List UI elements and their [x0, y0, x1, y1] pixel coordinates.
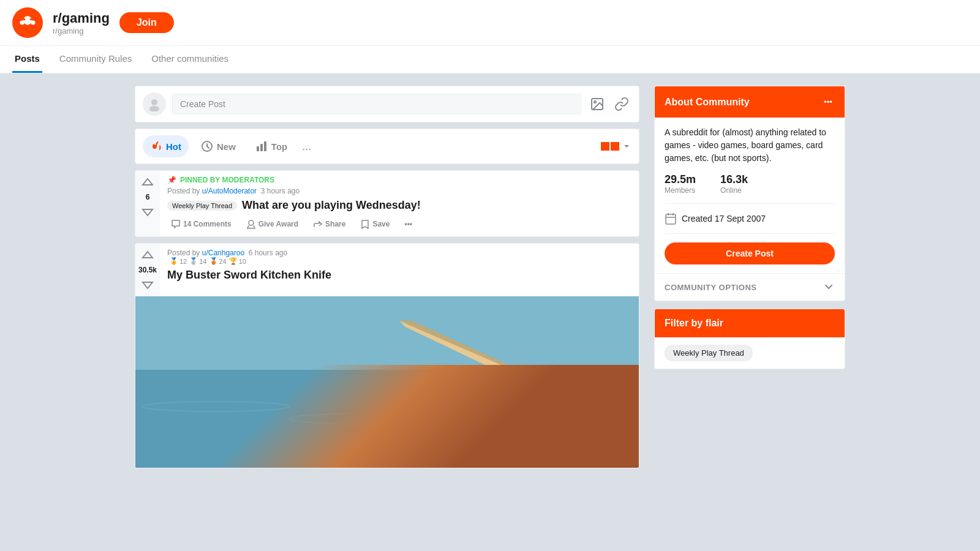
- pinned-title-row: Weekly Play Thread What are you playing …: [167, 199, 631, 212]
- online-label: Online: [720, 186, 748, 195]
- user-avatar: [143, 92, 166, 116]
- created-row: Created 17 Sept 2007: [665, 212, 835, 234]
- pin-icon: 📌: [167, 176, 176, 184]
- svg-rect-14: [264, 141, 266, 151]
- tab-community-rules[interactable]: Community Rules: [57, 46, 134, 73]
- pinned-upvote-button[interactable]: [140, 176, 155, 190]
- about-community-more-button[interactable]: •••: [821, 95, 835, 109]
- subreddit-logo: [12, 7, 43, 38]
- award-1: 🏅 12: [170, 257, 187, 265]
- svg-rect-12: [257, 146, 259, 151]
- about-community-title: About Community: [665, 97, 750, 108]
- sort-bar: Hot New Top ...: [135, 129, 639, 164]
- svg-point-7: [151, 99, 157, 105]
- calendar-icon: [665, 212, 677, 225]
- pinned-post-flair[interactable]: Weekly Play Thread: [167, 201, 237, 211]
- pinned-more-button[interactable]: •••: [401, 217, 416, 231]
- tab-other-communities[interactable]: Other communities: [149, 46, 231, 73]
- main-layout: Create Post: [123, 73, 858, 481]
- pinned-post-vote: 6: [135, 171, 160, 236]
- pinned-comments-button[interactable]: 14 Comments: [167, 217, 235, 231]
- nav-tabs: Posts Community Rules Other communities: [0, 46, 980, 73]
- svg-point-18: [142, 402, 289, 411]
- pinned-post-content: 📌 PINNED BY MODERATORS Posted by u/AutoM…: [160, 171, 639, 236]
- pinned-post-actions: 14 Comments Give Award Share Save: [167, 217, 631, 231]
- pinned-post-meta: Posted by u/AutoModerator 3 hours ago: [167, 187, 631, 195]
- pinned-post-title[interactable]: What are you playing Wednesday!: [242, 199, 421, 212]
- buster-sword-meta: Posted by u/Canhgaroo 6 hours ago 🏅 12 🥈…: [167, 249, 631, 265]
- filter-flair-body: Weekly Play Thread: [655, 337, 845, 369]
- pinned-author-link[interactable]: u/AutoModerator: [202, 187, 257, 195]
- create-post-icons: [587, 94, 631, 114]
- subreddit-title-block: r/gaming r/gaming: [53, 10, 110, 36]
- filter-flair-title: Filter by flair: [665, 318, 835, 329]
- members-stat: 29.5m Members: [665, 173, 696, 195]
- pinned-save-button[interactable]: Save: [356, 217, 393, 231]
- pinned-downvote-button[interactable]: [140, 204, 155, 219]
- pinned-post-time: 3 hours ago: [261, 187, 300, 195]
- buster-sword-upvote-button[interactable]: [140, 249, 155, 263]
- create-post-bar: Create Post: [135, 86, 639, 122]
- pinned-share-button[interactable]: Share: [309, 217, 349, 231]
- svg-rect-13: [260, 144, 263, 151]
- members-value: 29.5m: [665, 173, 696, 186]
- svg-rect-23: [386, 395, 424, 424]
- sidebar: About Community ••• A subreddit for (alm…: [654, 86, 845, 468]
- about-description: A subreddit for (almost) anything relate…: [665, 126, 835, 165]
- svg-rect-17: [135, 370, 639, 468]
- about-community-header: About Community •••: [655, 86, 845, 118]
- filter-by-flair-card: Filter by flair Weekly Play Thread: [654, 309, 845, 369]
- pinned-vote-count: 6: [146, 193, 150, 201]
- svg-point-2: [23, 18, 26, 21]
- chevron-down-icon: [823, 281, 835, 293]
- subreddit-subname: r/gaming: [53, 26, 110, 36]
- view-boxes-icon: [601, 142, 619, 151]
- sort-hot-button[interactable]: Hot: [143, 135, 189, 157]
- page-header: r/gaming r/gaming Join: [0, 0, 980, 46]
- weekly-play-thread-flair-filter[interactable]: Weekly Play Thread: [665, 345, 753, 361]
- buster-sword-vote-count: 30.5k: [138, 266, 157, 274]
- award-4: 🏆 10: [229, 257, 246, 265]
- link-button[interactable]: [612, 94, 631, 114]
- filter-flair-header: Filter by flair: [655, 309, 845, 337]
- svg-point-20: [491, 391, 614, 398]
- award-3: 🥉 24: [209, 257, 227, 265]
- buster-sword-post-inner: 30.5k Posted by u/Canhgaroo 6 hours ago …: [135, 244, 639, 296]
- sort-view-toggle[interactable]: [601, 141, 631, 151]
- create-post-input[interactable]: Create Post: [172, 94, 581, 114]
- buster-sword-post-content: Posted by u/Canhgaroo 6 hours ago 🏅 12 🥈…: [160, 244, 639, 296]
- image-upload-button[interactable]: [587, 94, 607, 114]
- buster-sword-downvote-button[interactable]: [140, 277, 155, 291]
- buster-sword-vote: 30.5k: [135, 244, 160, 296]
- community-options[interactable]: COMMUNITY OPTIONS: [655, 273, 845, 301]
- pinned-award-button[interactable]: Give Award: [243, 217, 302, 231]
- sidebar-create-post-button[interactable]: Create Post: [665, 242, 835, 264]
- buster-sword-image: [135, 296, 639, 468]
- sort-new-button[interactable]: New: [194, 135, 243, 157]
- buster-sword-author-link[interactable]: u/Canhgaroo: [202, 249, 244, 257]
- pinned-banner: 📌 PINNED BY MODERATORS: [167, 176, 631, 184]
- svg-rect-24: [666, 214, 676, 224]
- community-options-label: COMMUNITY OPTIONS: [665, 283, 757, 292]
- svg-point-8: [149, 106, 159, 111]
- pinned-post-card: 6 📌 PINNED BY MODERATORS Posted by u/Aut…: [135, 170, 639, 237]
- join-button[interactable]: Join: [119, 12, 174, 33]
- svg-point-3: [30, 18, 32, 21]
- sort-more-button[interactable]: ...: [302, 140, 311, 153]
- buster-sword-awards: 🏅 12 🥈 14 🥉 24 🏆 10: [170, 257, 631, 265]
- pinned-post-inner: 6 📌 PINNED BY MODERATORS Posted by u/Aut…: [135, 171, 639, 236]
- created-label: Created 17 Sept 2007: [682, 214, 766, 223]
- online-stat: 16.3k Online: [720, 173, 748, 195]
- buster-sword-post-card: 30.5k Posted by u/Canhgaroo 6 hours ago …: [135, 243, 639, 468]
- community-stats: 29.5m Members 16.3k Online: [665, 173, 835, 204]
- feed-column: Create Post: [135, 86, 639, 468]
- about-community-card: About Community ••• A subreddit for (alm…: [654, 86, 845, 301]
- svg-point-15: [249, 220, 254, 225]
- about-community-body: A subreddit for (almost) anything relate…: [655, 118, 845, 273]
- online-value: 16.3k: [720, 173, 748, 186]
- subreddit-name: r/gaming: [53, 10, 110, 26]
- svg-point-10: [594, 101, 596, 103]
- buster-sword-title[interactable]: My Buster Sword Kitchen Knife: [167, 269, 631, 282]
- tab-posts[interactable]: Posts: [12, 46, 42, 73]
- sort-top-button[interactable]: Top: [248, 135, 295, 157]
